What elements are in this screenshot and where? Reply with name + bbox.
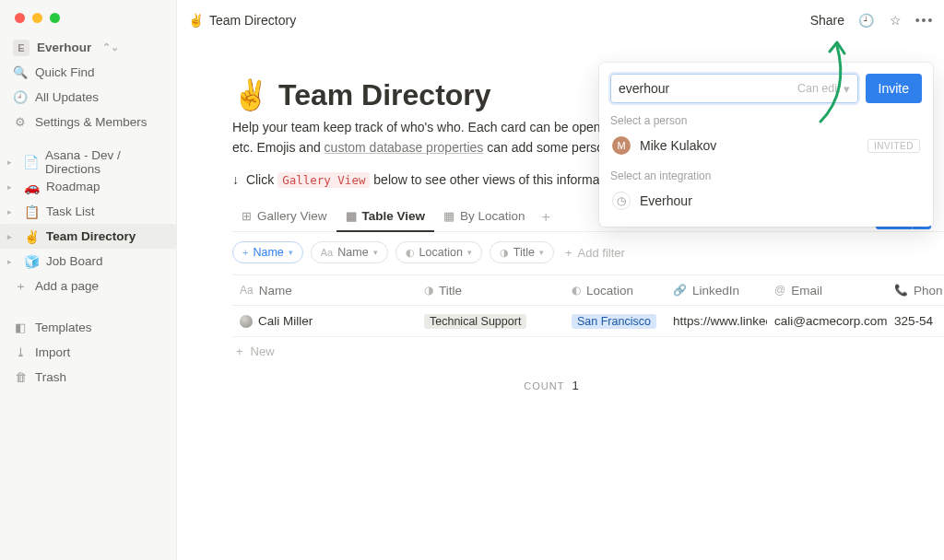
person-name: Mike Kulakov (640, 138, 716, 153)
cell-phone[interactable]: 325-54 (887, 314, 944, 328)
column-header-email[interactable]: @ Email (767, 284, 887, 298)
add-filter-button[interactable]: + Add filter (561, 246, 625, 260)
table-row[interactable]: Cali Miller Technical Support San Franci… (232, 306, 944, 337)
all-updates[interactable]: 🕘 All Updates (0, 85, 176, 110)
column-header-location[interactable]: ◐ Location (564, 284, 666, 298)
page-icon: 📋 (24, 204, 39, 219)
chevron-down-icon: ▾ (289, 248, 293, 257)
caret-icon[interactable]: ▸ (7, 257, 17, 266)
gallery-view-chip: Gallery View (277, 172, 370, 188)
quick-find[interactable]: 🔍 Quick Find (0, 60, 176, 85)
import[interactable]: ⤓ Import (0, 340, 176, 365)
workspace-switcher[interactable]: E Everhour ⌃⌄ (0, 35, 176, 60)
templates-label: Templates (35, 321, 92, 334)
page-icon[interactable]: ✌️ (232, 77, 269, 112)
share-input-wrap[interactable]: Can edit ▾ (610, 74, 858, 103)
integration-row[interactable]: ◷ Everhour (610, 188, 922, 214)
chip-label: Name (253, 246, 283, 259)
caret-icon[interactable]: ▸ (7, 158, 16, 167)
column-label: Location (586, 284, 633, 298)
sidebar-page-task-list[interactable]: ▸ 📋 Task List (0, 199, 176, 224)
close-window-icon[interactable] (15, 13, 25, 23)
filter-chip-location[interactable]: ◐ Location ▾ (395, 241, 482, 263)
plus-icon: + (565, 246, 572, 260)
trash-icon: 🗑 (13, 370, 28, 384)
tab-by-location[interactable]: ▦ By Location (434, 204, 535, 232)
caret-icon[interactable]: ▸ (7, 207, 17, 216)
column-header-linkedin[interactable]: 🔗 LinkedIn (666, 284, 767, 298)
workspace-name: Everhour (37, 41, 91, 54)
column-icon: 🔗 (673, 284, 687, 297)
desc-text: etc. Emojis and (232, 140, 324, 155)
more-icon[interactable]: ••• (916, 12, 933, 29)
table-header: Aa Name◑ Title◐ Location🔗 LinkedIn@ Emai… (232, 274, 944, 306)
select-person-label: Select a person (610, 114, 922, 127)
table-count: COUNT 1 (232, 379, 944, 392)
filter-chip-name[interactable]: Aa Name ▾ (311, 241, 388, 263)
maximize-window-icon[interactable] (50, 13, 60, 23)
filter-chip-title[interactable]: ◑ Title ▾ (490, 241, 554, 263)
plus-icon: + (242, 247, 248, 258)
minimize-window-icon[interactable] (32, 13, 42, 23)
cell-email[interactable]: cali@acmecorp.com (767, 314, 887, 328)
view-icon: ▦ (443, 209, 454, 223)
updown-icon: ⌃⌄ (102, 41, 119, 53)
custom-properties-link[interactable]: custom database properties (324, 140, 484, 155)
chevron-down-icon: ▾ (539, 248, 544, 257)
add-page-label: Add a page (35, 279, 99, 293)
add-filter-label: Add filter (578, 246, 625, 260)
page-title-text: Team Directory (278, 78, 491, 112)
permission-dropdown[interactable]: Can edit ▾ (797, 82, 850, 96)
page-label: Asana - Dev / Directions (45, 148, 167, 176)
star-icon[interactable]: ☆ (887, 12, 903, 29)
import-icon: ⤓ (13, 345, 28, 359)
caret-icon[interactable]: ▸ (7, 232, 17, 241)
chip-icon: Aa (321, 247, 333, 258)
filter-chips: + Name ▾ Aa Name ▾◐ Location ▾◑ Title ▾ … (232, 232, 944, 263)
clock-icon[interactable]: 🕘 (857, 12, 874, 29)
trash[interactable]: 🗑 Trash (0, 365, 176, 390)
person-row[interactable]: M Mike Kulakov INVITED (610, 133, 922, 158)
invited-badge: INVITED (867, 139, 920, 153)
column-header-phon[interactable]: 📞 Phon (887, 284, 944, 298)
filter-chip-name-primary[interactable]: + Name ▾ (232, 241, 303, 263)
integration-icon: ◷ (612, 192, 631, 210)
column-label: Name (259, 284, 292, 298)
window-controls (15, 13, 60, 23)
page-icon: 🚗 (24, 180, 39, 194)
plus-icon: + (236, 344, 243, 358)
page-icon (240, 315, 253, 328)
page-label: Job Board (46, 254, 103, 268)
page-label: Roadmap (46, 180, 100, 193)
breadcrumb[interactable]: ✌️ Team Directory (188, 13, 296, 28)
share-button[interactable]: Share (810, 13, 844, 28)
sidebar-page-team-directory[interactable]: ▸ ✌️ Team Directory (0, 224, 176, 249)
column-header-name[interactable]: Aa Name (232, 284, 417, 298)
cell-linkedin[interactable]: https://www.linked (666, 314, 767, 328)
sidebar-page-roadmap[interactable]: ▸ 🚗 Roadmap (0, 174, 176, 199)
page-icon: 📄 (23, 155, 38, 169)
tab-table-view[interactable]: ▦ Table View (336, 204, 435, 232)
templates[interactable]: ◧ Templates (0, 315, 176, 340)
add-view-button[interactable]: + (535, 204, 558, 231)
sidebar-page-asana-dev-directions[interactable]: ▸ 📄 Asana - Dev / Directions (0, 149, 176, 174)
column-label: LinkedIn (692, 284, 739, 298)
page-icon: 🧊 (24, 254, 39, 269)
trash-label: Trash (35, 370, 66, 384)
page-icon: ✌️ (24, 229, 39, 244)
page-label: Team Directory (46, 229, 136, 243)
caret-icon[interactable]: ▸ (7, 182, 17, 192)
table-new-row[interactable]: + New (232, 337, 944, 366)
invite-button[interactable]: Invite (866, 74, 922, 103)
cell-location[interactable]: San Francisco (564, 314, 666, 329)
tab-gallery-view[interactable]: ⊞ Gallery View (232, 204, 336, 232)
settings-members[interactable]: ⚙ Settings & Members (0, 110, 176, 134)
sidebar-page-job-board[interactable]: ▸ 🧊 Job Board (0, 249, 176, 274)
share-search-input[interactable] (619, 81, 797, 96)
cell-title[interactable]: Technical Support (417, 314, 564, 329)
column-icon: 📞 (894, 284, 908, 297)
add-page[interactable]: ＋ Add a page (0, 274, 176, 298)
cell-name[interactable]: Cali Miller (232, 314, 417, 328)
column-header-title[interactable]: ◑ Title (417, 284, 564, 298)
chevron-down-icon: ▾ (844, 82, 850, 96)
